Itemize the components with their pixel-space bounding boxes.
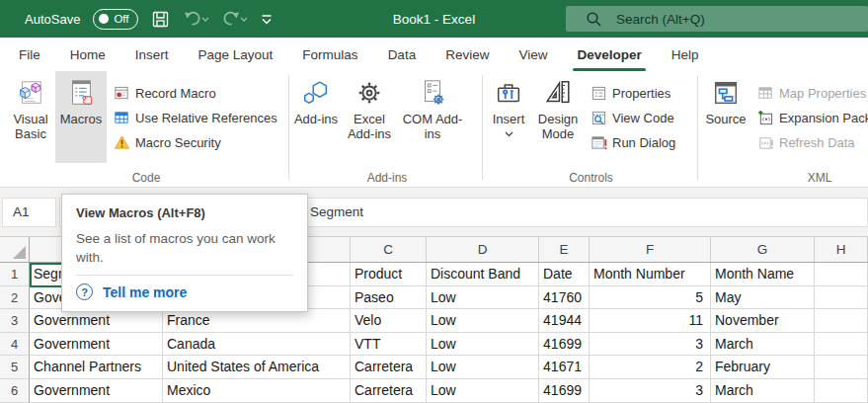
cell-h3[interactable] — [815, 309, 868, 333]
customize-quick-access-button[interactable] — [260, 13, 274, 26]
cell-c4[interactable]: VTT — [351, 333, 427, 357]
view-code-button[interactable]: View Code — [587, 106, 679, 130]
source-label: Source — [705, 112, 746, 126]
cell-f3[interactable]: 11 — [590, 309, 711, 333]
cell-d4[interactable]: Low — [427, 333, 539, 357]
use-relative-references-label: Use Relative References — [135, 111, 277, 125]
cell-e3[interactable]: 41944 — [539, 309, 590, 333]
visual-basic-button[interactable]: Visual Basic — [6, 71, 55, 163]
cell-g1[interactable]: Month Name — [711, 263, 815, 286]
excel-addins-button[interactable]: Excel Add-ins — [339, 71, 400, 163]
cell-a6[interactable]: Government — [30, 379, 163, 403]
cell-f1[interactable]: Month Number — [590, 263, 711, 286]
record-macro-button[interactable]: Record Macro — [110, 81, 281, 106]
cell-f2[interactable]: 5 — [590, 286, 711, 310]
record-macro-label: Record Macro — [135, 86, 216, 101]
cell-d5[interactable]: Low — [427, 356, 539, 379]
cell-h6[interactable] — [815, 379, 868, 403]
cell-f6[interactable]: 3 — [590, 379, 711, 403]
tab-formulas[interactable]: Formulas — [287, 38, 372, 71]
cell-d2[interactable]: Low — [427, 286, 539, 310]
cell-c1[interactable]: Product — [351, 263, 427, 286]
properties-button[interactable]: Properties — [587, 81, 679, 106]
tab-developer[interactable]: Developer — [562, 38, 656, 71]
cell-d3[interactable]: Low — [427, 309, 539, 333]
cell-e1[interactable]: Date — [539, 263, 590, 286]
cell-g2[interactable]: May — [711, 286, 815, 310]
design-mode-button[interactable]: Design Mode — [531, 71, 585, 163]
row-header-5[interactable]: 5 — [0, 356, 30, 379]
cell-a4[interactable]: Government — [30, 333, 163, 357]
tell-me-more-link[interactable]: ? Tell me more — [76, 283, 293, 300]
group-label-code: Code — [6, 171, 286, 185]
autosave-toggle[interactable]: Off — [93, 9, 137, 30]
cell-b5[interactable]: United States of America — [163, 356, 351, 379]
tab-help[interactable]: Help — [657, 38, 714, 71]
cell-g5[interactable]: February — [711, 356, 815, 379]
cell-f4[interactable]: 3 — [590, 333, 711, 357]
cell-c2[interactable]: Paseo — [351, 286, 427, 310]
macro-security-button[interactable]: Macro Security — [110, 130, 281, 155]
undo-icon — [183, 10, 208, 28]
tab-data[interactable]: Data — [373, 38, 432, 71]
search-box[interactable]: Search (Alt+Q) — [566, 6, 868, 32]
macros-button[interactable]: Macros — [55, 71, 107, 163]
addins-button[interactable]: Add-ins — [293, 71, 339, 163]
cell-h1[interactable] — [815, 263, 868, 286]
insert-control-button[interactable]: Insert — [486, 71, 531, 163]
redo-icon — [221, 10, 247, 28]
cell-g4[interactable]: March — [711, 333, 815, 357]
cell-c5[interactable]: Carretera — [351, 356, 427, 379]
column-header-e[interactable]: E — [539, 237, 590, 262]
cell-e5[interactable]: 41671 — [539, 356, 590, 379]
row-header-2[interactable]: 2 — [0, 286, 30, 310]
name-box[interactable]: A1 — [2, 198, 56, 227]
tab-insert[interactable]: Insert — [120, 38, 184, 71]
column-header-h[interactable]: H — [815, 237, 868, 262]
cell-g3[interactable]: November — [711, 309, 815, 333]
select-all-corner[interactable] — [0, 237, 30, 262]
save-button[interactable] — [151, 10, 170, 29]
row-header-1[interactable]: 1 — [0, 263, 30, 286]
cell-h4[interactable] — [815, 333, 868, 357]
column-header-c[interactable]: C — [351, 237, 427, 262]
tell-me-more-label: Tell me more — [103, 284, 187, 300]
tab-view[interactable]: View — [504, 38, 562, 71]
cell-c6[interactable]: Carretera — [351, 379, 427, 403]
row-header-4[interactable]: 4 — [0, 333, 30, 357]
addins-label: Add-ins — [294, 112, 338, 126]
cell-h5[interactable] — [815, 356, 868, 379]
column-header-g[interactable]: G — [711, 237, 815, 262]
cell-d1[interactable]: Discount Band — [427, 263, 539, 286]
cell-h2[interactable] — [815, 286, 868, 310]
group-separator — [697, 75, 698, 180]
expansion-packs-button[interactable]: Expansion Packs — [753, 106, 868, 130]
tab-page-layout[interactable]: Page Layout — [184, 38, 288, 71]
cell-g6[interactable]: March — [711, 379, 815, 403]
cell-b4[interactable]: Canada — [163, 333, 351, 357]
tab-home[interactable]: Home — [55, 38, 120, 71]
group-label-addins: Add-ins — [293, 171, 481, 185]
row-header-6[interactable]: 6 — [0, 379, 30, 403]
cell-f5[interactable]: 2 — [590, 356, 711, 379]
run-dialog-button[interactable]: Run Dialog — [587, 130, 679, 155]
view-code-icon — [591, 110, 607, 126]
use-relative-references-button[interactable]: Use Relative References — [110, 106, 281, 130]
cell-a3[interactable]: Government — [30, 309, 163, 333]
cell-a5[interactable]: Channel Partners — [30, 356, 163, 379]
cell-e2[interactable]: 41760 — [539, 286, 590, 310]
cell-e6[interactable]: 41699 — [539, 379, 590, 403]
source-button[interactable]: Source — [701, 71, 750, 163]
cell-c3[interactable]: Velo — [351, 309, 427, 333]
tab-review[interactable]: Review — [431, 38, 504, 71]
com-addins-button[interactable]: COM Add-ins — [400, 71, 465, 163]
group-label-controls: Controls — [486, 171, 696, 185]
column-header-d[interactable]: D — [427, 237, 539, 262]
cell-b6[interactable]: Mexico — [163, 379, 351, 403]
column-header-f[interactable]: F — [590, 237, 711, 262]
cell-b3[interactable]: France — [163, 309, 351, 333]
tab-file[interactable]: File — [4, 38, 55, 71]
row-header-3[interactable]: 3 — [0, 309, 30, 333]
cell-d6[interactable]: Low — [427, 379, 539, 403]
cell-e4[interactable]: 41699 — [539, 333, 590, 357]
